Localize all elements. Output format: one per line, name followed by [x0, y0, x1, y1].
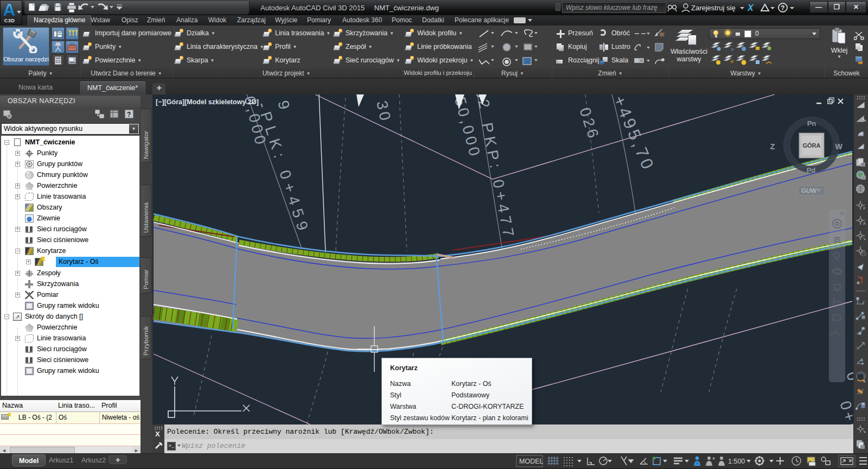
svg-text:Pd: Pd	[807, 166, 816, 174]
svg-text:Pn: Pn	[807, 119, 816, 128]
svg-text:#: #	[863, 206, 865, 210]
svg-text:A: A	[863, 221, 866, 225]
svg-text:?: ?	[781, 4, 784, 12]
svg-text:Zarejestruj się: Zarejestruj się	[691, 4, 736, 12]
svg-text:W: W	[835, 142, 843, 151]
svg-text:[−][Góra][Model szkieletowy 2D: [−][Góra][Model szkieletowy 2D]	[156, 98, 259, 106]
svg-text:X: X	[747, 3, 754, 12]
svg-text:Z: Z	[770, 142, 775, 151]
svg-text:GÓRA: GÓRA	[803, 142, 821, 149]
svg-text:A: A	[3, 1, 15, 17]
svg-text:1:500: 1:500	[728, 458, 745, 465]
svg-text:X: X	[155, 430, 160, 438]
svg-text:GUW: GUW	[801, 187, 816, 194]
svg-text:?: ?	[127, 111, 131, 118]
svg-text:MODEL: MODEL	[519, 458, 544, 465]
